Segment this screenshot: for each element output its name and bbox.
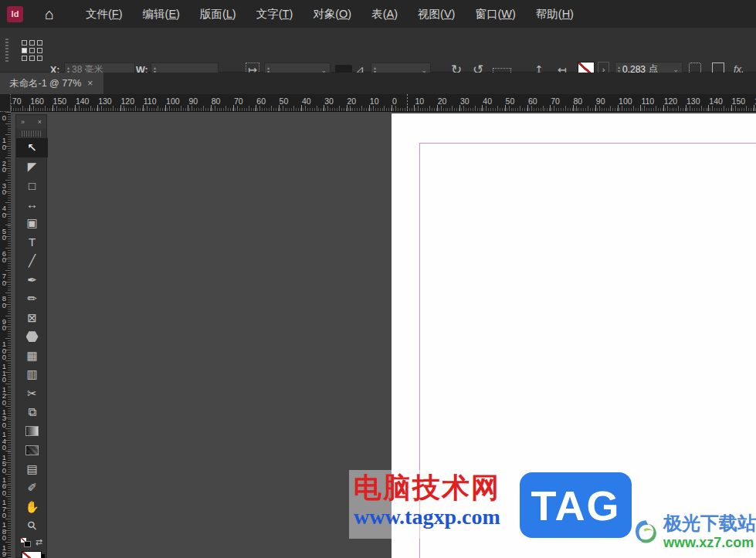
vertical-grid-tool[interactable]: ▥ bbox=[16, 365, 48, 384]
pencil-tool[interactable]: ✏ bbox=[16, 289, 48, 309]
hand-tool[interactable]: ✋ bbox=[16, 498, 48, 517]
v-ruler-label: 1 6 0 bbox=[1, 477, 8, 497]
zoom-tool[interactable]: ⚲ bbox=[16, 516, 48, 536]
menu-item-l[interactable]: 版面(L) bbox=[190, 1, 246, 28]
refpoint-cell[interactable] bbox=[29, 56, 35, 61]
h-ruler-label: 90 bbox=[188, 96, 198, 106]
v-ruler-label: 0 bbox=[1, 115, 8, 122]
document-tab-title: 未命名-1 @ 77% bbox=[9, 77, 81, 90]
v-ruler-label: 8 0 bbox=[1, 296, 8, 309]
tab-close-icon[interactable]: × bbox=[87, 78, 93, 89]
v-ruler-label: 1 2 0 bbox=[1, 387, 8, 407]
h-ruler-label: 40 bbox=[483, 96, 492, 106]
h-ruler-label: 140 bbox=[76, 96, 90, 106]
refpoint-cell[interactable] bbox=[29, 40, 35, 46]
h-ruler-label: 160 bbox=[30, 96, 44, 106]
xz7-watermark-title: 极光下载站 bbox=[663, 512, 756, 534]
eyedropper-tool[interactable]: ✐ bbox=[16, 479, 48, 498]
menu-item-v[interactable]: 视图(V) bbox=[408, 1, 465, 28]
tool-list: ↖◤□↔▣T╱✒✏⊠▦▥✂⧉▤✐✋⚲ bbox=[16, 138, 46, 536]
menu-item-f[interactable]: 文件(F) bbox=[76, 1, 133, 28]
v-ruler-label: 2 0 bbox=[1, 161, 8, 174]
tagxp-watermark-title: 电脑技术网 bbox=[354, 472, 507, 503]
h-ruler-label: 110 bbox=[144, 96, 157, 106]
polygon-tool[interactable] bbox=[16, 327, 48, 347]
pen-tool[interactable]: ✒ bbox=[16, 271, 48, 290]
xz7-watermark: 极光下载站 www.xz7.com bbox=[630, 507, 756, 556]
gradient-swatch-tool[interactable] bbox=[16, 422, 48, 441]
v-ruler-label: 1 8 0 bbox=[1, 522, 8, 542]
ruler-origin-corner[interactable] bbox=[0, 94, 11, 112]
menu-item-e[interactable]: 编辑(E) bbox=[133, 1, 190, 28]
h-ruler-label: 150 bbox=[53, 96, 67, 106]
scissors-tool[interactable]: ✂ bbox=[16, 384, 48, 404]
document-tab[interactable]: 未命名-1 @ 77% × bbox=[0, 73, 103, 94]
menu-item-w[interactable]: 窗口(W) bbox=[465, 1, 525, 28]
h-ruler-label: 30 bbox=[324, 96, 334, 106]
default-fill-stroke-icon[interactable] bbox=[20, 537, 31, 547]
v-ruler-label: 1 3 0 bbox=[1, 409, 8, 429]
page-tool[interactable]: □ bbox=[16, 176, 48, 195]
reference-point-proxy[interactable] bbox=[22, 40, 42, 61]
h-ruler-label: 130 bbox=[98, 96, 112, 106]
h-ruler-label: 110 bbox=[641, 96, 654, 106]
frame-tool[interactable]: ⊠ bbox=[16, 309, 48, 328]
horizontal-ruler[interactable]: 1701601501401301201101009080706050403020… bbox=[11, 94, 756, 112]
selection-tool[interactable]: ↖ bbox=[16, 138, 48, 157]
h-ruler-label: 130 bbox=[687, 96, 700, 106]
h-ruler-label: 0 bbox=[392, 96, 397, 106]
margin-guide-horizontal[interactable] bbox=[419, 143, 756, 144]
vertical-ruler[interactable]: 01 02 03 04 05 06 07 08 09 01 0 01 1 01 … bbox=[0, 112, 11, 558]
refpoint-cell[interactable] bbox=[22, 56, 27, 61]
type-tool[interactable]: T bbox=[16, 233, 48, 252]
h-ruler-label: 60 bbox=[528, 96, 537, 106]
panel-drag-grip[interactable] bbox=[22, 130, 41, 137]
panel-collapse-icon[interactable]: » bbox=[21, 118, 25, 126]
content-collector-tool[interactable]: ▣ bbox=[16, 214, 48, 233]
menu-item-h[interactable]: 帮助(H) bbox=[526, 1, 584, 28]
menu-item-o[interactable]: 对象(O) bbox=[303, 1, 361, 28]
v-ruler-label: 1 0 0 bbox=[1, 341, 8, 361]
v-ruler-label: 6 0 bbox=[1, 251, 8, 264]
h-ruler-label: 40 bbox=[302, 96, 311, 106]
v-ruler-label: 5 0 bbox=[1, 228, 8, 242]
panel-grip[interactable] bbox=[5, 39, 8, 62]
gradient-feather-tool[interactable] bbox=[16, 441, 48, 460]
refpoint-cell[interactable] bbox=[22, 48, 27, 53]
h-ruler-label: 90 bbox=[596, 96, 605, 106]
v-ruler-label: 1 0 bbox=[1, 137, 8, 150]
gap-tool[interactable]: ↔ bbox=[16, 195, 48, 215]
fill-color-swatch[interactable] bbox=[22, 551, 42, 558]
refpoint-cell[interactable] bbox=[22, 40, 27, 46]
h-ruler-label: 50 bbox=[506, 96, 515, 106]
xz7-watermark-url: www.xz7.com bbox=[663, 534, 756, 551]
v-ruler-label: 4 0 bbox=[1, 205, 8, 218]
note-tool[interactable]: ▤ bbox=[16, 460, 48, 479]
refpoint-cell[interactable] bbox=[37, 56, 42, 61]
h-ruler-label: 120 bbox=[664, 96, 678, 106]
h-ruler-label: 20 bbox=[438, 96, 447, 106]
stroke-weight-spinner[interactable]: ▴▾ bbox=[615, 66, 622, 73]
menu-bar: Id ⌂ 文件(F)编辑(E)版面(L)文字(T)对象(O)表(A)视图(V)窗… bbox=[0, 0, 756, 28]
h-ruler-label: 100 bbox=[619, 96, 632, 106]
menu-item-a[interactable]: 表(A) bbox=[361, 1, 408, 28]
free-transform-tool[interactable]: ⧉ bbox=[16, 403, 48, 422]
panel-close-icon[interactable]: × bbox=[38, 118, 42, 126]
refpoint-cell[interactable] bbox=[37, 48, 42, 53]
stroke-weight-dropdown-icon[interactable]: ⌄ bbox=[673, 66, 682, 73]
line-tool[interactable]: ╱ bbox=[16, 252, 48, 271]
h-ruler-label: 10 bbox=[415, 96, 424, 106]
tag-logo: TAG bbox=[520, 472, 632, 538]
horizontal-grid-tool[interactable]: ▦ bbox=[16, 347, 48, 366]
direct-selection-tool[interactable]: ◤ bbox=[16, 157, 48, 177]
home-icon[interactable]: ⌂ bbox=[40, 5, 59, 23]
menu-item-t[interactable]: 文字(T) bbox=[246, 1, 303, 28]
refpoint-cell[interactable] bbox=[29, 48, 35, 53]
h-ruler-label: 70 bbox=[234, 96, 243, 106]
h-ruler-label: 10 bbox=[370, 96, 379, 106]
tab-bar: 未命名-1 @ 77% × bbox=[0, 73, 756, 94]
control-panel: X: ▴▾ 38 毫米 Y: ▴▾ 87.5 毫米 W: ▴▾ H: ▴▾ ∅ … bbox=[0, 28, 756, 73]
refpoint-cell[interactable] bbox=[37, 40, 42, 46]
swap-fill-stroke-icon[interactable]: ⇄ bbox=[36, 537, 42, 547]
tagxp-watermark-url: www.tagxp.com bbox=[354, 503, 507, 531]
